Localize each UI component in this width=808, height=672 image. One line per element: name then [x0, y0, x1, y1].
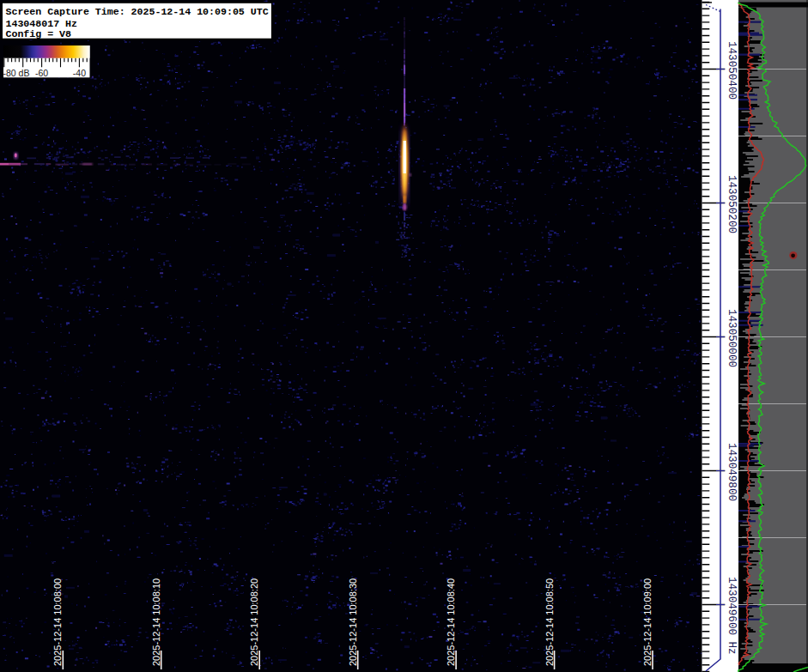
svg-text:-80 dB: -80 dB — [3, 68, 30, 78]
svg-text:-40: -40 — [73, 68, 86, 78]
svg-text:2025-12-14 10:08:50: 2025-12-14 10:08:50 — [544, 578, 555, 666]
svg-text:-60: -60 — [35, 68, 48, 78]
svg-text:2025-12-14 10:08:30: 2025-12-14 10:08:30 — [348, 578, 358, 666]
svg-text:143049800: 143049800 — [726, 443, 738, 501]
svg-text:Hz: Hz — [726, 641, 738, 654]
svg-text:143050400: 143050400 — [726, 41, 738, 100]
svg-text:143050000: 143050000 — [726, 309, 738, 367]
svg-text:2025-12-14 10:08:40: 2025-12-14 10:08:40 — [446, 578, 456, 666]
svg-text:2025-12-14 10:08:00: 2025-12-14 10:08:00 — [52, 578, 63, 666]
svg-text:2025-12-14 10:09:00: 2025-12-14 10:09:00 — [642, 578, 653, 666]
svg-text:Config = V8: Config = V8 — [6, 28, 72, 39]
svg-text:2025-12-14 10:08:10: 2025-12-14 10:08:10 — [151, 578, 161, 666]
svg-text:143050200: 143050200 — [726, 175, 738, 233]
svg-text:143048017 Hz: 143048017 Hz — [6, 18, 78, 29]
svg-text:143049600: 143049600 — [726, 577, 738, 635]
svg-text:2025-12-14 10:08:20: 2025-12-14 10:08:20 — [249, 578, 259, 666]
svg-text:Screen Capture Time: 2025-12-1: Screen Capture Time: 2025-12-14 10:09:05… — [6, 6, 269, 17]
